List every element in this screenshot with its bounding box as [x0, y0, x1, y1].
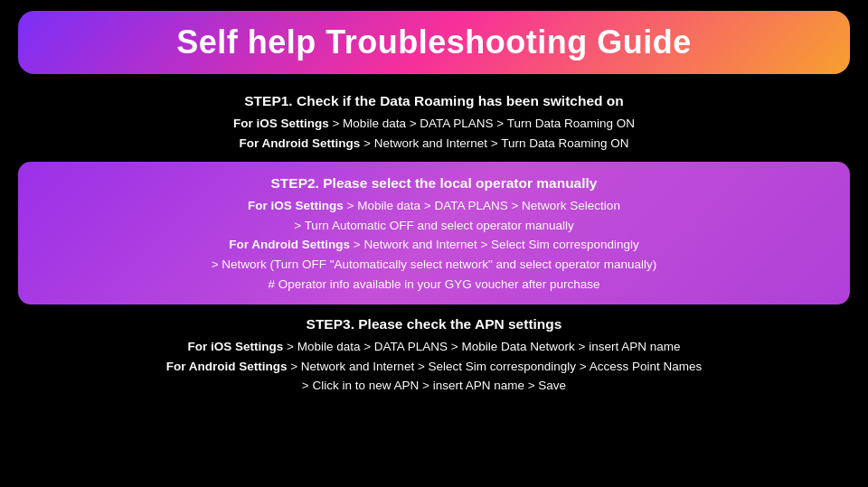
step-block-3: STEP3. Please check the APN settingsFor … — [18, 314, 850, 396]
step-title-1: STEP1. Check if the Data Roaming has bee… — [18, 90, 850, 112]
step-title-2: STEP2. Please select the local operator … — [36, 173, 832, 194]
title-banner: Self help Troubleshooting Guide — [18, 11, 850, 74]
step-2-line-2: > Turn Automatic OFF and select operator… — [36, 216, 832, 236]
step-1-line-1: For iOS Settings > Mobile data > DATA PL… — [18, 114, 850, 134]
step-2-line-4: > Network (Turn OFF "Automatically selec… — [36, 255, 832, 275]
step-3-line-1: For iOS Settings > Mobile data > DATA PL… — [18, 337, 850, 357]
steps-container: STEP1. Check if the Data Roaming has bee… — [18, 90, 850, 396]
main-title: Self help Troubleshooting Guide — [176, 23, 692, 61]
step-block-2: STEP2. Please select the local operator … — [18, 162, 850, 304]
step-title-3: STEP3. Please check the APN settings — [18, 314, 850, 335]
step-1-line-2: For Android Settings > Network and Inter… — [18, 134, 850, 154]
step-2-line-5: # Operator info available in your GYG vo… — [36, 275, 832, 295]
step-3-line-3: > Click in to new APN > insert APN name … — [18, 376, 850, 396]
step-2-line-1: For iOS Settings > Mobile data > DATA PL… — [36, 196, 832, 216]
step-3-line-2: For Android Settings > Network and Inter… — [18, 357, 850, 377]
step-2-line-3: For Android Settings > Network and Inter… — [36, 235, 832, 255]
step-block-1: STEP1. Check if the Data Roaming has bee… — [18, 90, 850, 153]
